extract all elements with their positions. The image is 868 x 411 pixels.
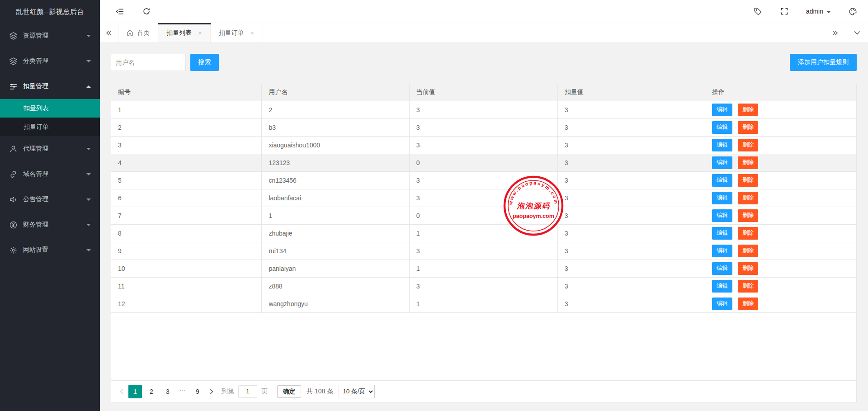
add-deduction-rule-button[interactable]: 添加用户扣量规则: [790, 54, 857, 71]
goto-page-input[interactable]: [238, 385, 257, 398]
cell-actions: 编辑删除: [705, 101, 856, 118]
sidebar-item-deduction[interactable]: 扣量管理: [0, 74, 100, 99]
delete-button[interactable]: 删除: [738, 280, 758, 293]
page-button[interactable]: 9: [191, 385, 204, 398]
cell-id: 10: [111, 260, 262, 277]
edit-button[interactable]: 编辑: [712, 156, 732, 169]
sidebar: 乱世红颜--影视总后台 资源管理 分类管理 扣量管理 扣量列表 扣量订单 代理管…: [0, 0, 100, 411]
cell-deduct-value: 3: [557, 207, 705, 224]
close-icon[interactable]: ×: [250, 29, 255, 36]
sidebar-item-label: 分类管理: [23, 57, 86, 65]
cell-actions: 编辑删除: [705, 136, 856, 154]
chevron-down-icon: [86, 148, 91, 150]
chevron-down-icon: [86, 224, 91, 226]
cell-actions: 编辑删除: [705, 260, 856, 277]
cell-actions: 编辑删除: [705, 207, 856, 224]
close-icon[interactable]: ×: [198, 29, 202, 36]
delete-button[interactable]: 删除: [738, 174, 758, 187]
cell-deduct-value: 3: [557, 118, 705, 136]
cell-deduct-value: 3: [557, 277, 705, 295]
cell-actions: 编辑删除: [705, 118, 856, 136]
edit-button[interactable]: 编辑: [712, 209, 732, 222]
tab-home[interactable]: 首页: [118, 23, 158, 43]
sidebar-item-categories[interactable]: 分类管理: [0, 48, 100, 74]
theme-palette-icon[interactable]: [848, 7, 857, 16]
pagination: 123…9 到第 页 确定 共 108 条 10 条/页: [111, 380, 856, 402]
tabs-menu-button[interactable]: [846, 23, 868, 43]
goto-confirm-button[interactable]: 确定: [277, 385, 301, 398]
cell-current-value: 1: [409, 295, 557, 312]
sidebar-item-announcements[interactable]: 公告管理: [0, 187, 100, 212]
delete-button[interactable]: 删除: [738, 156, 758, 169]
tabs-scroll-left-button[interactable]: [100, 23, 118, 43]
sidebar-item-deduction-list[interactable]: 扣量列表: [0, 99, 100, 118]
edit-button[interactable]: 编辑: [712, 227, 732, 240]
cell-username: laobanfacai: [262, 189, 409, 207]
delete-button[interactable]: 删除: [738, 298, 758, 310]
next-page-button[interactable]: [206, 385, 217, 398]
collapse-menu-icon[interactable]: [115, 7, 124, 16]
edit-button[interactable]: 编辑: [712, 262, 732, 275]
page-button[interactable]: 2: [145, 385, 158, 398]
delete-button[interactable]: 删除: [738, 227, 758, 240]
sidebar-item-deduction-orders[interactable]: 扣量订单: [0, 118, 100, 136]
tabs-scroll-right-button[interactable]: [824, 23, 846, 43]
edit-button[interactable]: 编辑: [712, 139, 732, 151]
username-search-input[interactable]: [111, 54, 186, 71]
admin-menu[interactable]: admin: [806, 8, 831, 15]
sidebar-item-label: 资源管理: [23, 32, 86, 40]
refresh-icon[interactable]: [142, 7, 151, 16]
cell-current-value: 0: [409, 154, 557, 171]
edit-button[interactable]: 编辑: [712, 280, 732, 293]
delete-button[interactable]: 删除: [738, 104, 758, 116]
cell-deduct-value: 3: [557, 101, 705, 118]
sidebar-item-agents[interactable]: 代理管理: [0, 136, 100, 161]
tab-label: 扣量订单: [219, 29, 244, 37]
edit-button[interactable]: 编辑: [712, 298, 732, 310]
delete-button[interactable]: 删除: [738, 192, 758, 204]
column-header-current-value: 当前值: [409, 84, 557, 101]
tab-deduction-orders[interactable]: 扣量订单 ×: [211, 23, 263, 43]
fullscreen-icon[interactable]: [780, 7, 789, 16]
cell-deduct-value: 3: [557, 260, 705, 277]
tag-icon[interactable]: [754, 7, 763, 16]
cell-id: 9: [111, 242, 262, 260]
cell-deduct-value: 3: [557, 136, 705, 154]
edit-button[interactable]: 编辑: [712, 174, 732, 187]
tab-deduction-list[interactable]: 扣量列表 ×: [158, 23, 211, 43]
page-size-select[interactable]: 10 条/页: [339, 385, 375, 398]
delete-button[interactable]: 删除: [738, 262, 758, 275]
tabbar: 首页 扣量列表 × 扣量订单 ×: [100, 23, 868, 43]
edit-button[interactable]: 编辑: [712, 104, 732, 116]
cell-current-value: 0: [409, 207, 557, 224]
edit-button[interactable]: 编辑: [712, 192, 732, 204]
page-button[interactable]: 3: [161, 385, 175, 398]
cell-username: 123123: [262, 154, 409, 171]
cell-username: 2: [262, 101, 409, 118]
sidebar-item-label: 扣量管理: [23, 82, 86, 90]
tab-label: 扣量列表: [166, 29, 192, 37]
cell-current-value: 3: [409, 118, 557, 136]
table-card: 编号 用户名 当前值 扣量值 操作 1233编辑删除2b333编辑删除3xiao…: [111, 84, 857, 402]
page-button-active[interactable]: 1: [128, 385, 142, 398]
prev-page-button[interactable]: [115, 385, 127, 398]
cell-deduct-value: 3: [557, 189, 705, 207]
cell-actions: 编辑删除: [705, 295, 856, 312]
edit-button[interactable]: 编辑: [712, 245, 732, 257]
sidebar-item-resources[interactable]: 资源管理: [0, 23, 100, 48]
layers-icon: [9, 32, 17, 40]
delete-button[interactable]: 删除: [738, 139, 758, 151]
home-icon: [127, 29, 133, 36]
cell-username: rui134: [262, 242, 409, 260]
delete-button[interactable]: 删除: [738, 121, 758, 134]
total-count-label: 共 108 条: [307, 387, 333, 396]
cell-id: 12: [111, 295, 262, 312]
delete-button[interactable]: 删除: [738, 209, 758, 222]
sidebar-item-finance[interactable]: 财务管理: [0, 212, 100, 237]
search-row: 搜索 添加用户扣量规则: [111, 54, 857, 71]
sidebar-item-site-settings[interactable]: 网站设置: [0, 237, 100, 263]
search-button[interactable]: 搜索: [190, 54, 219, 71]
edit-button[interactable]: 编辑: [712, 121, 732, 134]
delete-button[interactable]: 删除: [738, 245, 758, 257]
sidebar-item-domains[interactable]: 域名管理: [0, 161, 100, 187]
